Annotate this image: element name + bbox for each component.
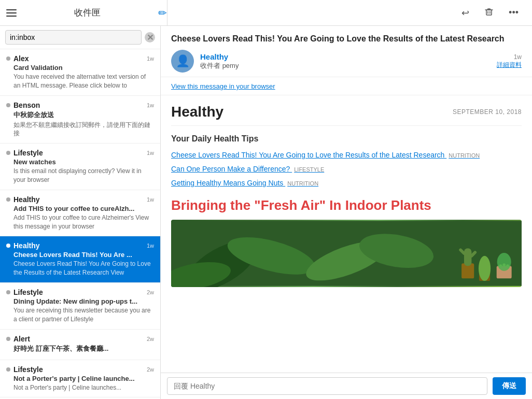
sender-info: Healthy 收件者 pemy (200, 52, 491, 70)
email-sender-name: Healthy (13, 195, 40, 204)
to-label: 收件者 (200, 62, 220, 69)
article-link[interactable]: Getting Healthy Means Going Nuts NUTRITI… (171, 178, 522, 189)
list-item[interactable]: Lifestyle 2w Dining Update: New dining p… (0, 283, 160, 330)
email-time-badge: 1w (147, 102, 154, 108)
email-time-badge: 1w (147, 55, 154, 62)
sidebar: ✕ Alex 1w Card Validation You have recei… (0, 26, 161, 399)
email-sender-name: Lifestyle (13, 149, 43, 157)
article-link[interactable]: Can One Person Make a Difference? LIFEST… (171, 164, 522, 175)
details-link[interactable]: 詳細資料 (497, 61, 522, 69)
daily-tips-heading: Your Daily Health Tips (171, 134, 522, 144)
feature-image (171, 220, 522, 287)
recipient-value: pemy (222, 62, 239, 69)
unread-dot (6, 337, 10, 341)
email-subject-preview: Card Validation (13, 64, 154, 72)
email-received-time: 1w (497, 53, 522, 61)
list-item[interactable]: Lifestyle 1w New watches Is this email n… (0, 144, 160, 190)
reply-button[interactable]: ↩ (459, 5, 471, 21)
unread-dot (6, 56, 10, 61)
email-time-badge: 1w (147, 196, 154, 203)
email-time-badge: 2w (147, 366, 154, 373)
email-sender-name: Lifestyle (13, 365, 43, 374)
email-subject-preview: Not a Porter's party | Celine launche... (13, 375, 154, 382)
svg-point-14 (479, 256, 491, 281)
list-item[interactable]: Alex 1w Card Validation You have receive… (0, 49, 160, 96)
email-body-preview: Not a Porter's party | Celine launches..… (13, 383, 154, 392)
email-header: Cheese Lovers Read This! You Are Going t… (161, 26, 532, 77)
person-icon: 👤 (176, 54, 190, 68)
email-toolbar-actions: ↩ ••• (167, 4, 526, 21)
main-layout: ✕ Alex 1w Card Validation You have recei… (0, 26, 532, 399)
list-item[interactable]: Lifestyle 2w Not a Porter's party | Celi… (0, 360, 160, 398)
email-subject-preview: 中秋節全放送 (13, 110, 154, 120)
email-body-preview: Is this email not displaying correctly? … (13, 167, 154, 184)
unread-dot (6, 197, 10, 202)
search-bar: ✕ (0, 26, 160, 49)
toolbar: 收件匣 ✏ ↩ ••• (0, 0, 532, 26)
email-time-section: 1w 詳細資料 (497, 53, 522, 69)
email-time-badge: 1w (147, 243, 154, 249)
email-sender-name: Healthy (13, 241, 40, 250)
email-body-preview: Cheese Lovers Read This! You Are Going t… (13, 260, 154, 277)
svg-point-19 (497, 253, 511, 271)
sender-name: Healthy (200, 52, 491, 61)
email-subject-preview: Add THIS to your coffee to cureAlzh... (13, 205, 154, 212)
email-body-preview: 如果您不願意繼續接收訂閱郵件，請使用下面的鏈接 (13, 121, 154, 138)
email-time-badge: 1w (147, 150, 154, 156)
list-item[interactable]: Benson 1w 中秋節全放送 如果您不願意繼續接收訂閱郵件，請使用下面的鏈接 (0, 96, 160, 144)
list-item[interactable]: Healthy 1w Cheese Lovers Read This! You … (0, 236, 160, 283)
sidebar-toolbar: 收件匣 ✏ (6, 7, 167, 19)
email-subject-preview: 好時光 訂座下午茶、素食餐廳... (13, 344, 154, 353)
email-body: Healthy SEPTEMBER 10, 2018 Your Daily He… (161, 95, 532, 373)
more-options-button[interactable]: ••• (507, 5, 521, 20)
reply-bar: 傳送 (161, 373, 532, 399)
article-tag: NUTRITION (287, 180, 318, 187)
reply-input[interactable] (167, 377, 487, 395)
email-sender-name: Lifestyle (13, 288, 43, 296)
articles-list: Cheese Lovers Read This! You Are Going t… (171, 150, 522, 189)
unread-dot (6, 367, 10, 372)
svg-rect-10 (464, 249, 471, 266)
email-time-badge: 2w (147, 289, 154, 295)
article-link[interactable]: Cheese Lovers Read This! You Are Going t… (171, 150, 522, 161)
email-subject-title: Cheese Lovers Read This! You Are Going t… (171, 33, 522, 45)
search-input[interactable] (5, 30, 142, 45)
email-subject-preview: Cheese Lovers Read This! You Are ... (13, 251, 154, 259)
unread-dot (6, 290, 10, 294)
recipient-info: 收件者 pemy (200, 61, 491, 70)
unread-dot (6, 151, 10, 155)
email-subject-preview: New watches (13, 158, 154, 166)
article-tag: LIFESTYLE (294, 166, 324, 173)
sender-avatar: 👤 (171, 50, 194, 73)
email-body-preview: Add THIS to your coffee to cure Alzheime… (13, 213, 154, 231)
feature-article-title: Bringing the "Fresh Air" In Indoor Plant… (171, 197, 522, 215)
trash-button[interactable] (482, 4, 496, 21)
email-sender-name: Alert (13, 335, 30, 343)
unread-dot (6, 103, 10, 107)
unread-dot (6, 244, 10, 248)
compose-button[interactable]: ✏ (158, 7, 167, 19)
email-time-badge: 2w (147, 336, 154, 342)
newsletter-title: Healthy (171, 104, 223, 120)
email-list: Alex 1w Card Validation You have receive… (0, 49, 160, 399)
newsletter-date: SEPTEMBER 10, 2018 (453, 108, 522, 116)
inbox-title: 收件匣 (17, 7, 158, 19)
email-body-preview: You are receiving this newsletter becaus… (13, 306, 154, 324)
email-sender-name: Benson (13, 101, 40, 109)
view-in-browser-link[interactable]: View this message in your browser (171, 82, 275, 90)
view-in-browser-bar: View this message in your browser (161, 77, 532, 95)
search-clear-button[interactable]: ✕ (145, 32, 155, 42)
list-item[interactable]: Alert 2w 好時光 訂座下午茶、素食餐廳... (0, 330, 160, 360)
article-tag: NUTRITION (449, 152, 480, 159)
email-sender-name: Alex (13, 54, 29, 63)
svg-rect-0 (486, 10, 492, 15)
list-item[interactable]: Healthy 1w Add THIS to your coffee to cu… (0, 190, 160, 237)
email-content-pane: Cheese Lovers Read This! You Are Going t… (161, 26, 532, 399)
newsletter-header: Healthy SEPTEMBER 10, 2018 (171, 95, 522, 126)
email-meta: 👤 Healthy 收件者 pemy 1w 詳細資料 (171, 50, 522, 73)
email-body-preview: You have received the alternative text v… (13, 73, 154, 90)
menu-button[interactable] (6, 9, 17, 17)
send-button[interactable]: 傳送 (493, 377, 526, 395)
email-subject-preview: Dining Update: New dining pop-ups t... (13, 297, 154, 305)
